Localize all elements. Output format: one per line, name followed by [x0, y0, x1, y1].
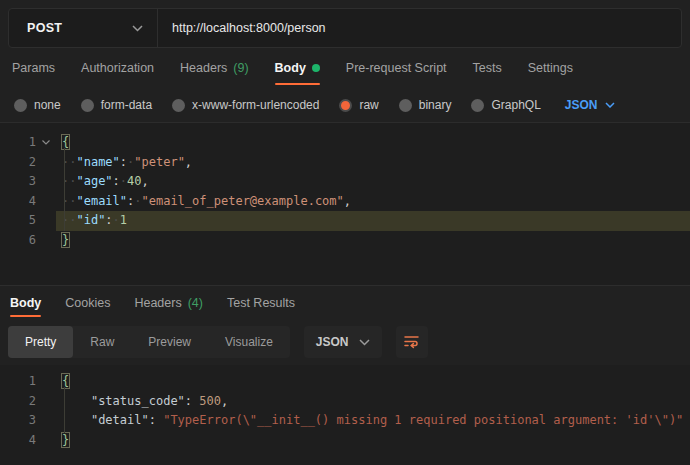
postman-app: POST http://localhost:8000/person Params…	[0, 0, 690, 465]
line-number: 4	[6, 192, 36, 212]
code-content: ··"age":·40,	[56, 172, 690, 192]
code-line-4: 4}	[0, 431, 690, 451]
tab-label: Authorization	[81, 61, 154, 75]
response-tab-test-results[interactable]: Test Results	[227, 286, 295, 319]
body-type-option-x-www-form-urlencoded[interactable]: x-www-form-urlencoded	[172, 98, 319, 112]
response-tab-cookies[interactable]: Cookies	[65, 286, 110, 319]
request-tab-pre-request-script[interactable]: Pre-request Script	[346, 48, 447, 88]
chevron-down-icon	[605, 102, 615, 108]
body-type-option-raw[interactable]: raw	[339, 98, 378, 112]
code-line-2: 2··"name":·"peter",	[0, 153, 690, 173]
radio-label: none	[34, 98, 61, 112]
request-url-row: POST http://localhost:8000/person	[0, 0, 690, 48]
code-content: "detail": "TypeError(\"__init__() missin…	[56, 411, 690, 431]
code-content: }	[56, 431, 690, 451]
code-line-6: 6}	[0, 231, 690, 251]
wrap-text-button[interactable]	[396, 326, 428, 358]
line-number: 1	[6, 372, 36, 392]
tab-label: Body	[275, 61, 306, 75]
code-line-1: 1{	[0, 133, 690, 153]
radio-label: binary	[419, 98, 452, 112]
radio-icon	[81, 99, 94, 112]
line-number: 3	[6, 411, 36, 431]
radio-icon	[339, 99, 352, 112]
tab-label: Pre-request Script	[346, 61, 447, 75]
tab-label: Body	[10, 296, 41, 310]
bracket-guide-line	[64, 387, 65, 433]
body-type-option-form-data[interactable]: form-data	[81, 98, 152, 112]
request-tab-headers[interactable]: Headers(9)	[180, 48, 249, 88]
radio-icon	[471, 99, 484, 112]
method-label: POST	[27, 21, 62, 35]
code-content: ··"name":·"peter",	[56, 153, 690, 173]
request-body-editor[interactable]: 1{2··"name":·"peter",3··"age":·40,4··"em…	[0, 122, 690, 285]
line-number: 5	[6, 211, 36, 231]
chevron-down-icon	[132, 25, 143, 32]
body-present-dot-icon	[312, 64, 320, 72]
tab-count-badge: (4)	[188, 296, 203, 310]
request-tabs: ParamsAuthorizationHeaders(9)BodyPre-req…	[0, 48, 690, 88]
tab-label: Params	[12, 61, 55, 75]
raw-language-label: JSON	[565, 98, 598, 112]
view-pretty[interactable]: Pretty	[8, 326, 73, 358]
radio-label: raw	[359, 98, 378, 112]
radio-icon	[399, 99, 412, 112]
request-tab-authorization[interactable]: Authorization	[81, 48, 154, 88]
tab-label: Cookies	[65, 296, 110, 310]
radio-icon	[14, 99, 27, 112]
line-number: 3	[6, 172, 36, 192]
body-type-selector: noneform-datax-www-form-urlencodedrawbin…	[0, 88, 690, 122]
tab-count-badge: (9)	[233, 61, 248, 75]
request-tab-settings[interactable]: Settings	[528, 48, 573, 88]
code-content: {	[56, 133, 690, 153]
code-line-2: 2 "status_code": 500,	[0, 392, 690, 412]
radio-label: GraphQL	[491, 98, 540, 112]
tab-label: Headers	[134, 296, 181, 310]
code-line-1: 1{	[0, 372, 690, 392]
code-line-4: 4··"email":·"email_of_peter@example.com"…	[0, 192, 690, 212]
line-number: 2	[6, 153, 36, 173]
fold-chevron-down-icon[interactable]	[36, 140, 56, 145]
code-content: ··"email":·"email_of_peter@example.com",	[56, 192, 690, 212]
tab-label: Test Results	[227, 296, 295, 310]
response-format-dropdown[interactable]: JSON	[304, 326, 382, 358]
code-content: }	[56, 231, 690, 251]
body-type-option-binary[interactable]: binary	[399, 98, 452, 112]
line-number: 2	[6, 392, 36, 412]
code-content: {	[56, 372, 690, 392]
text-wrap-icon	[403, 333, 420, 352]
request-tab-tests[interactable]: Tests	[473, 48, 502, 88]
response-view-switcher: PrettyRawPreviewVisualize	[8, 326, 290, 358]
chevron-down-icon	[359, 339, 370, 346]
radio-icon	[172, 99, 185, 112]
radio-label: x-www-form-urlencoded	[192, 98, 319, 112]
view-raw[interactable]: Raw	[73, 326, 131, 358]
raw-language-dropdown[interactable]: JSON	[565, 98, 615, 112]
response-format-label: JSON	[316, 335, 349, 349]
view-visualize[interactable]: Visualize	[208, 326, 290, 358]
response-tab-body[interactable]: Body	[10, 286, 41, 319]
response-toolbar: PrettyRawPreviewVisualize JSON	[0, 319, 690, 365]
line-number: 6	[6, 231, 36, 251]
radio-label: form-data	[101, 98, 152, 112]
body-type-option-graphql[interactable]: GraphQL	[471, 98, 540, 112]
url-input[interactable]: http://localhost:8000/person	[158, 9, 681, 47]
method-dropdown[interactable]: POST	[9, 9, 158, 47]
code-line-5: 5··"id":·1	[0, 211, 690, 231]
body-type-option-none[interactable]: none	[14, 98, 61, 112]
request-tab-body[interactable]: Body	[275, 48, 320, 88]
code-line-3: 3 "detail": "TypeError(\"__init__() miss…	[0, 411, 690, 431]
view-preview[interactable]: Preview	[131, 326, 208, 358]
response-body-viewer: 1{2 "status_code": 500,3 "detail": "Type…	[0, 365, 690, 465]
request-tab-params[interactable]: Params	[12, 48, 55, 88]
tab-label: Settings	[528, 61, 573, 75]
code-content-highlighted: ··"id":·1	[56, 211, 690, 231]
tab-label: Tests	[473, 61, 502, 75]
tab-label: Headers	[180, 61, 227, 75]
line-number: 1	[6, 133, 36, 153]
bracket-guide-line	[64, 148, 65, 231]
request-url-bar: POST http://localhost:8000/person	[8, 8, 682, 48]
response-tab-headers[interactable]: Headers(4)	[134, 286, 203, 319]
line-number: 4	[6, 431, 36, 451]
response-tabs: BodyCookiesHeaders(4)Test Results	[0, 285, 690, 319]
